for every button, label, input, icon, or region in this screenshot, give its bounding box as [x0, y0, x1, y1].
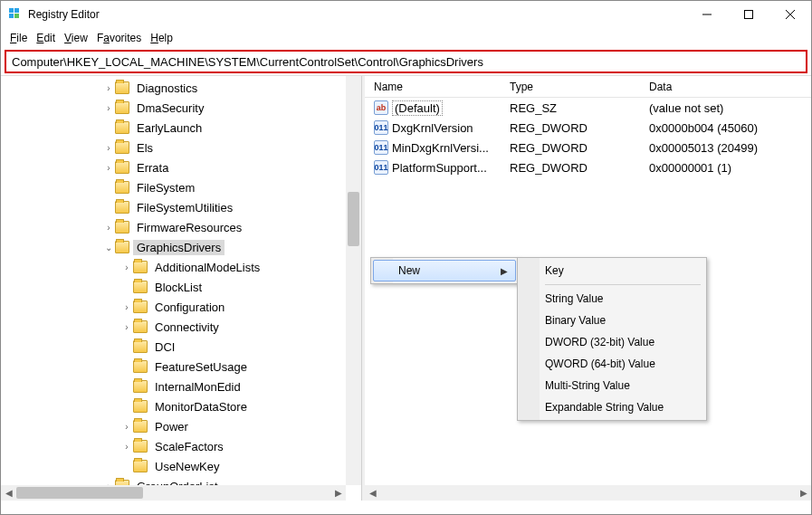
tree-item-label: FirmwareResources: [133, 220, 245, 235]
folder-icon: [133, 460, 148, 472]
tree-item-label: FileSystem: [133, 180, 198, 196]
scroll-right-icon[interactable]: ▶: [330, 488, 346, 498]
tree-item[interactable]: InternalMonEdid: [1, 377, 361, 396]
tree-item[interactable]: FeatureSetUsage: [1, 357, 361, 377]
folder-icon: [115, 81, 129, 94]
value-row[interactable]: 011PlatformSupport...REG_DWORD0x00000001…: [365, 157, 811, 177]
context-menu-new[interactable]: New ▶: [373, 260, 516, 281]
chevron-right-icon[interactable]: ›: [102, 163, 115, 173]
folder-icon: [115, 141, 129, 154]
tree-item[interactable]: FileSystemUtilities: [1, 197, 361, 217]
scroll-right-icon[interactable]: ▶: [796, 488, 811, 498]
tree-vertical-scrollbar[interactable]: [346, 76, 361, 485]
menu-separator: [545, 284, 701, 285]
address-text: Computer\HKEY_LOCAL_MACHINE\SYSTEM\Curre…: [12, 55, 483, 69]
tree-item-label: AdditionalModeLists: [151, 260, 263, 275]
tree-item[interactable]: FileSystem: [1, 177, 361, 197]
column-name[interactable]: Name: [365, 81, 501, 93]
value-data: (value not set): [640, 101, 811, 115]
menu-help[interactable]: Help: [147, 30, 177, 46]
registry-tree[interactable]: ›Diagnostics›DmaSecurityEarlyLaunch›Els›…: [1, 76, 361, 498]
value-name: PlatformSupport...: [392, 161, 487, 175]
submenu-item[interactable]: String Value: [520, 288, 704, 310]
tree-item[interactable]: ⌄GraphicsDrivers: [1, 237, 361, 257]
submenu-item[interactable]: Key: [520, 260, 704, 281]
tree-item[interactable]: ›DmaSecurity: [1, 98, 361, 118]
tree-item[interactable]: ›Connectivity: [1, 317, 361, 337]
value-type: REG_SZ: [501, 101, 640, 115]
tree-horizontal-scrollbar[interactable]: ◀ ▶: [1, 485, 346, 501]
svg-rect-3: [14, 14, 19, 18]
binary-value-icon: 011: [374, 120, 388, 135]
submenu-item[interactable]: Expandable String Value: [520, 396, 704, 418]
chevron-right-icon[interactable]: ›: [120, 442, 133, 452]
new-submenu: KeyString ValueBinary ValueDWORD (32-bit…: [517, 257, 707, 421]
chevron-right-icon[interactable]: ›: [102, 223, 115, 233]
folder-icon: [133, 281, 148, 293]
submenu-item[interactable]: QWORD (64-bit) Value: [520, 353, 704, 375]
scroll-left-icon[interactable]: ◀: [365, 488, 380, 498]
chevron-right-icon[interactable]: ›: [102, 83, 115, 93]
tree-item-label: Els: [133, 140, 157, 156]
tree-item[interactable]: BlockList: [1, 277, 361, 297]
maximize-button[interactable]: [728, 1, 769, 28]
submenu-item[interactable]: Binary Value: [520, 310, 704, 331]
folder-icon: [133, 320, 148, 333]
chevron-right-icon[interactable]: ›: [120, 322, 133, 332]
menu-edit[interactable]: Edit: [33, 30, 59, 46]
tree-item-label: MonitorDataStore: [151, 399, 251, 415]
tree-item[interactable]: ›FirmwareResources: [1, 217, 361, 237]
tree-item[interactable]: ›Els: [1, 138, 361, 157]
value-row[interactable]: ab(Default)REG_SZ(value not set): [365, 98, 811, 118]
tree-item[interactable]: ›AdditionalModeLists: [1, 257, 361, 277]
values-list[interactable]: ab(Default)REG_SZ(value not set)011DxgKr…: [365, 98, 811, 177]
chevron-down-icon[interactable]: ⌄: [102, 243, 115, 253]
tree-item[interactable]: ›Power: [1, 416, 361, 436]
close-button[interactable]: [769, 1, 811, 28]
tree-item[interactable]: ›ScaleFactors: [1, 436, 361, 456]
value-data: 0x00000001 (1): [640, 161, 811, 175]
value-row[interactable]: 011MinDxgKrnlVersi...REG_DWORD0x00005013…: [365, 138, 811, 157]
tree-item[interactable]: UseNewKey: [1, 456, 361, 476]
tree-item[interactable]: ›Configuration: [1, 297, 361, 317]
tree-item[interactable]: ›Errata: [1, 157, 361, 177]
scrollbar-thumb[interactable]: [348, 192, 359, 246]
tree-item[interactable]: MonitorDataStore: [1, 396, 361, 416]
tree-item[interactable]: ›Diagnostics: [1, 78, 361, 98]
values-horizontal-scrollbar[interactable]: ◀ ▶: [365, 485, 811, 501]
scroll-left-icon[interactable]: ◀: [1, 488, 16, 498]
tree-item-label: DmaSecurity: [133, 100, 207, 116]
minimize-button[interactable]: [686, 1, 728, 28]
chevron-right-icon[interactable]: ›: [120, 302, 133, 312]
chevron-right-icon[interactable]: ›: [102, 103, 115, 113]
address-bar[interactable]: Computer\HKEY_LOCAL_MACHINE\SYSTEM\Curre…: [5, 50, 807, 73]
menu-favorites[interactable]: Favorites: [93, 30, 145, 46]
folder-icon: [133, 400, 148, 413]
menu-file[interactable]: File: [6, 30, 31, 46]
value-name: MinDxgKrnlVersi...: [392, 141, 489, 155]
titlebar: Registry Editor: [1, 1, 811, 28]
value-type: REG_DWORD: [501, 161, 640, 175]
submenu-item[interactable]: DWORD (32-bit) Value: [520, 331, 704, 353]
submenu-item[interactable]: Multi-String Value: [520, 375, 704, 396]
tree-item[interactable]: DCI: [1, 337, 361, 357]
tree-item[interactable]: EarlyLaunch: [1, 118, 361, 138]
value-data: 0x00005013 (20499): [640, 141, 811, 155]
value-row[interactable]: 011DxgKrnlVersionREG_DWORD0x0000b004 (45…: [365, 118, 811, 138]
tree-item-label: Diagnostics: [133, 81, 201, 96]
column-type[interactable]: Type: [501, 81, 640, 93]
folder-icon: [115, 161, 129, 174]
menu-icon-strip: [518, 258, 540, 420]
column-data[interactable]: Data: [640, 81, 811, 93]
window-controls: [686, 1, 811, 28]
folder-icon: [115, 201, 129, 214]
tree-item-label: Power: [151, 419, 192, 434]
tree-pane: ›Diagnostics›DmaSecurityEarlyLaunch›Els›…: [1, 76, 361, 501]
chevron-right-icon[interactable]: ›: [120, 422, 133, 432]
chevron-right-icon[interactable]: ›: [120, 262, 133, 272]
svg-rect-2: [9, 14, 14, 18]
chevron-right-icon[interactable]: ›: [102, 143, 115, 153]
folder-icon: [115, 241, 129, 253]
menu-view[interactable]: View: [61, 30, 91, 46]
scrollbar-thumb[interactable]: [16, 487, 143, 499]
